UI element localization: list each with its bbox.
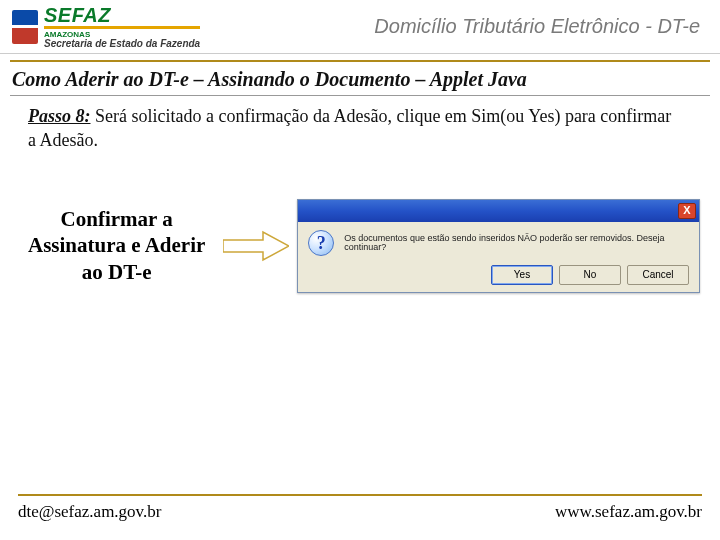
- step-label: Passo 8:: [28, 106, 91, 126]
- footer-site: www.sefaz.am.gov.br: [555, 502, 702, 522]
- arrow-right-icon: [223, 230, 289, 262]
- cancel-button[interactable]: Cancel: [627, 265, 689, 285]
- callout-text: Confirmar a Assinatura e Aderir ao DT-e: [18, 206, 215, 285]
- dialog-titlebar: X: [298, 200, 699, 222]
- question-icon: ?: [308, 230, 334, 256]
- dialog-button-row: Yes No Cancel: [491, 265, 689, 285]
- logo-text: SEFAZ AMAZONAS Secretaria de Estado da F…: [44, 5, 200, 49]
- illustration-row: Confirmar a Assinatura e Aderir ao DT-e …: [0, 199, 720, 293]
- divider-thin: [10, 95, 710, 96]
- product-title: Domicílio Tributário Eletrônico - DT-e: [374, 15, 708, 38]
- yes-button[interactable]: Yes: [491, 265, 553, 285]
- confirm-dialog: X ? Os documentos que estão sendo inseri…: [297, 199, 700, 293]
- close-icon[interactable]: X: [678, 203, 696, 219]
- svg-marker-0: [223, 232, 289, 260]
- brand-name: SEFAZ: [44, 5, 200, 25]
- dialog-body: ? Os documentos que estão sendo inserido…: [298, 222, 699, 256]
- step-body: Será solicitado a confirmação da Adesão,…: [28, 106, 671, 150]
- slide-footer: dte@sefaz.am.gov.br www.sefaz.am.gov.br: [0, 494, 720, 522]
- section-title: Como Aderir ao DT-e – Assinando o Docume…: [0, 62, 720, 93]
- footer-divider: [18, 494, 702, 496]
- footer-email: dte@sefaz.am.gov.br: [18, 502, 161, 522]
- footer-row: dte@sefaz.am.gov.br www.sefaz.am.gov.br: [18, 502, 702, 522]
- step-paragraph: Passo 8: Será solicitado a confirmação d…: [0, 104, 720, 153]
- slide-header: SEFAZ AMAZONAS Secretaria de Estado da F…: [0, 0, 720, 54]
- dialog-message: Os documentos que estão sendo inseridos …: [344, 230, 689, 254]
- brand-tagline: Secretaria de Estado da Fazenda: [44, 39, 200, 49]
- state-emblem-icon: [12, 10, 38, 44]
- no-button[interactable]: No: [559, 265, 621, 285]
- brand-stripe-icon: [44, 26, 200, 29]
- logo-block: SEFAZ AMAZONAS Secretaria de Estado da F…: [12, 5, 200, 49]
